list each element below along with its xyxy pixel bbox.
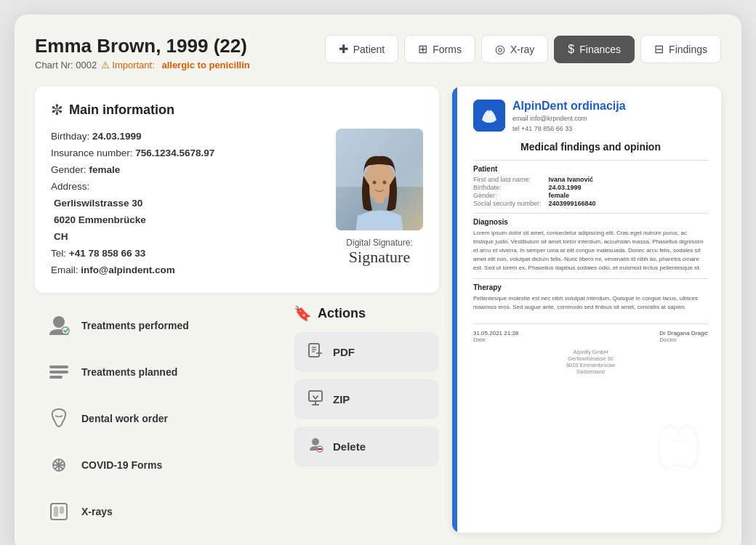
doc-logo (473, 100, 505, 132)
doc-patient-table: First and last name: Ivana Ivanović Birt… (473, 176, 708, 207)
svg-point-17 (57, 463, 61, 467)
doc-footer: 31.05.2021 21:28 Date Dr Dragana Dragić … (473, 323, 708, 343)
birthday-value: 24.03.1999 (92, 131, 142, 142)
pdf-icon (307, 342, 324, 363)
doc-header: AlpinDent ordinacija email info@krpndent… (473, 100, 708, 134)
actions-panel: 🔖 Actions PDF ZIP (294, 304, 439, 533)
document-preview: AlpinDent ordinacija email info@krpndent… (452, 86, 721, 533)
tab-finances[interactable]: $ Finances (554, 36, 635, 63)
patient-tab-icon: ✚ (339, 42, 348, 56)
dental-work-order-icon (45, 405, 73, 432)
pdf-button[interactable]: PDF (294, 332, 439, 372)
svg-rect-20 (60, 506, 64, 514)
tooth-watermark (646, 417, 711, 496)
doc-blue-bar (452, 86, 457, 533)
signature-label: Digital Signature: (346, 238, 412, 248)
field-val-0: Ivana Ivanović (549, 176, 708, 183)
doc-clinic-info: AlpinDent ordinacija email info@krpndent… (512, 100, 626, 134)
sidebar-item-treatments-performed[interactable]: Treatments performed (35, 304, 286, 347)
doc-email: info@krpndent.com (530, 115, 587, 122)
svg-point-7 (53, 316, 65, 328)
main-content: ✼ Main information Birthday: 24.03.1999 … (35, 86, 721, 533)
info-card-title: Main information (69, 102, 174, 118)
xray-tab-label: X-ray (510, 44, 534, 55)
svg-point-8 (62, 327, 69, 334)
doc-footer-logo: Alpinify GmbH Gerliswilstrasse 30 6020 E… (473, 349, 708, 375)
sidebar-item-treatments-planned[interactable]: Treatments planned (35, 351, 286, 393)
forms-tab-label: Forms (433, 44, 462, 55)
xrays-icon (45, 498, 73, 525)
tel-label: Tel: (51, 248, 66, 259)
doc-therapy-text: Pellentesque molestie est nec nibh volut… (473, 294, 708, 312)
patient-tab-label: Patient (353, 44, 385, 55)
address-line1: Gerliswilstrasse 30 (51, 195, 323, 212)
field-name-1: Birthdate: (473, 184, 542, 191)
birthday-label: Birthday: (51, 131, 89, 142)
doc-email-label: email (512, 115, 528, 122)
footer-address: Gerliswilstrasse 30 (473, 355, 708, 362)
patient-name: Emma Brown, 1999 (22) (35, 35, 250, 57)
zip-button[interactable]: ZIP (294, 379, 439, 419)
doc-diagnosis-title: Diagnosis (473, 218, 708, 226)
doc-tel: +41 78 856 66 33 (521, 125, 572, 132)
tab-forms[interactable]: ⊞ Forms (404, 35, 475, 63)
field-name-3: Social security number: (473, 200, 542, 207)
nav-tabs: ✚ Patient ⊞ Forms ◎ X-ray $ Finances ⊟ F… (325, 35, 721, 63)
sidebar-item-xrays[interactable]: X-rays (35, 490, 286, 533)
footer-city: 6020 Emmenbrücke (473, 362, 708, 368)
tab-xray[interactable]: ◎ X-ray (481, 35, 548, 63)
photo-signature: Digital Signature: Signature (336, 129, 423, 278)
delete-label: Delete (333, 440, 366, 453)
footer-country: Switzerland (473, 368, 708, 375)
treatments-performed-icon (45, 312, 73, 339)
patient-photo (336, 129, 423, 230)
field-val-1: 24.03.1999 (549, 184, 708, 191)
info-card-body: Birthday: 24.03.1999 Insurance number: 7… (51, 129, 423, 278)
treatments-performed-label: Treatments performed (81, 320, 189, 331)
left-panel: ✼ Main information Birthday: 24.03.1999 … (35, 86, 439, 533)
allergy-alert: ⚠ Important: allergic to penicillin (101, 60, 250, 70)
gender-value: female (89, 164, 121, 175)
zip-icon (307, 389, 324, 410)
delete-button[interactable]: Delete (294, 427, 439, 467)
alert-label: Important: (112, 60, 155, 70)
chart-nr: Chart Nr: 0002 ⚠ Important: allergic to … (35, 60, 250, 70)
treatments-planned-label: Treatments planned (81, 366, 177, 378)
finances-tab-label: Finances (579, 44, 621, 55)
dental-work-order-label: Dental work order (81, 413, 168, 424)
address-label: Address: (51, 181, 89, 192)
svg-rect-9 (49, 366, 68, 368)
bottom-section: Treatments performed Treatments planned … (35, 304, 439, 533)
info-fields: Birthday: 24.03.1999 Insurance number: 7… (51, 129, 323, 278)
xray-tab-icon: ◎ (495, 42, 505, 56)
insurance-value: 756.1234.5678.97 (135, 148, 214, 158)
email-label: Email: (51, 265, 79, 275)
doc-clinic-name: AlpinDent ordinacija (512, 100, 626, 113)
svg-point-6 (383, 181, 387, 185)
tel-value: +41 78 858 66 33 (69, 248, 145, 259)
sidebar-item-dental-work-order[interactable]: Dental work order (35, 397, 286, 440)
doc-doctor-label: Doctor (659, 336, 708, 343)
bookmark-icon: 🔖 (294, 304, 312, 322)
tab-patient[interactable]: ✚ Patient (325, 35, 399, 63)
doc-diagnosis-text: Lorem ipsum dolor sit amet, consectetur … (473, 229, 708, 272)
treatments-planned-icon (45, 358, 73, 386)
field-val-3: 2403999166840 (549, 200, 708, 207)
sidebar-item-covid-forms[interactable]: COVID-19 Forms (35, 444, 286, 486)
tab-findings[interactable]: ⊟ Findings (640, 35, 721, 63)
doc-tel-label: tel (512, 125, 520, 132)
svg-point-5 (373, 181, 377, 185)
svg-rect-18 (51, 504, 67, 520)
actions-title: 🔖 Actions (294, 304, 439, 322)
info-card-header: ✼ Main information (51, 101, 423, 118)
svg-point-23 (312, 438, 319, 445)
chart-number: Chart Nr: 0002 (35, 60, 97, 70)
doc-date-label: Date (473, 336, 518, 343)
svg-rect-10 (49, 371, 68, 374)
doc-date-block: 31.05.2021 21:28 Date (473, 330, 518, 343)
xrays-label: X-rays (81, 506, 113, 517)
covid-forms-icon (45, 451, 73, 479)
signature-image: Signature (346, 248, 412, 267)
forms-tab-icon: ⊞ (418, 42, 427, 56)
alert-text: allergic to penicillin (161, 60, 249, 70)
